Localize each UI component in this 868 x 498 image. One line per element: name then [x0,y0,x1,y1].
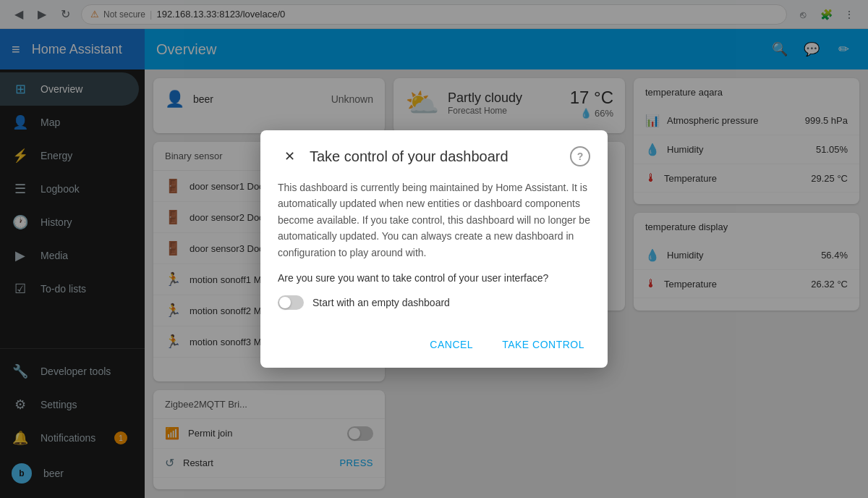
help-icon: ? [577,151,584,162]
dialog-overlay: ✕ Take control of your dashboard ? This … [0,0,868,498]
dialog-body: This dashboard is currently being mainta… [260,180,608,327]
dialog-title: Take control of your dashboard [310,148,561,165]
dialog-body-text: This dashboard is currently being mainta… [278,180,590,261]
dialog-header: ✕ Take control of your dashboard ? [260,130,608,180]
dialog-help-button[interactable]: ? [570,146,590,166]
take-control-button[interactable]: TAKE CONTROL [490,333,596,356]
dialog-toggle-row: Start with an empty dashboard [278,295,590,310]
dialog-footer: CANCEL TAKE CONTROL [260,327,608,368]
empty-dashboard-toggle[interactable] [278,295,304,310]
take-control-dialog: ✕ Take control of your dashboard ? This … [260,130,608,368]
dialog-close-button[interactable]: ✕ [278,145,301,168]
toggle-label: Start with an empty dashboard [312,297,450,308]
cancel-button[interactable]: CANCEL [418,333,485,356]
close-icon: ✕ [284,148,295,164]
dialog-question: Are you sure you want to take control of… [278,272,590,284]
